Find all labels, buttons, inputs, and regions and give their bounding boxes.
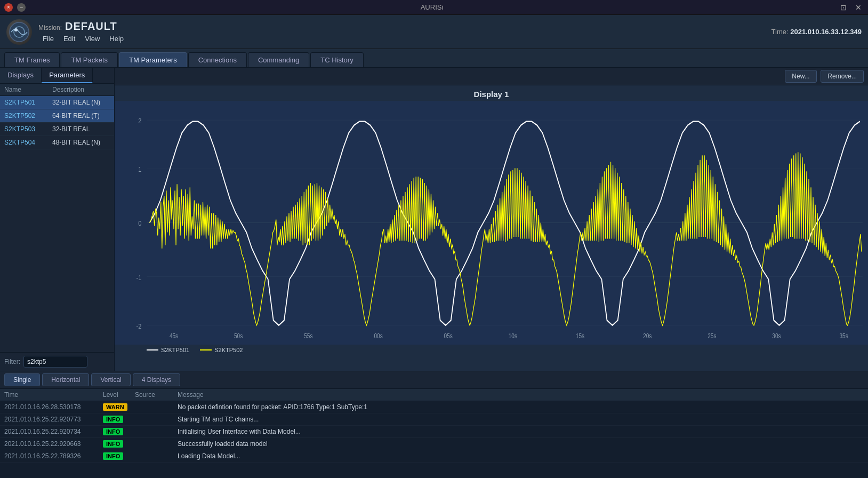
svg-text:05s: 05s <box>444 332 453 339</box>
info-badge: INFO <box>103 428 123 435</box>
log-message: Initialising User Interface with Data Mo… <box>178 428 864 435</box>
log-area: Time Level Source Message 2021.010.16.26… <box>0 388 868 478</box>
svg-text:0: 0 <box>138 220 141 228</box>
info-badge: INFO <box>103 452 123 460</box>
param-desc: 64-BIT REAL (T) <box>52 112 110 120</box>
content-area: Displays Parameters Name Description S2K… <box>0 68 868 371</box>
svg-text:10s: 10s <box>509 332 518 339</box>
chart-wrapper: Display 1 2 1 0 -1 -2 <box>115 85 868 371</box>
param-desc: 48-BIT REAL (N) <box>52 139 110 146</box>
log-message: Successfully loaded data model <box>178 440 864 448</box>
tab-tm-packets[interactable]: TM Packets <box>61 52 118 67</box>
svg-text:-1: -1 <box>136 274 142 282</box>
display-mode-tabs[interactable]: Single Horizontal Vertical 4 Displays <box>0 371 868 388</box>
legend-label: S2KTP502 <box>214 347 243 353</box>
log-row: 2021.010.16.26.28.530178 WARN No packet … <box>0 401 868 413</box>
log-level: INFO <box>103 428 135 435</box>
param-row[interactable]: S2KTP501 32-BIT REAL (N) <box>0 96 114 109</box>
svg-text:20s: 20s <box>643 332 652 339</box>
param-row[interactable]: S2KTP504 48-BIT REAL (N) <box>0 136 114 149</box>
disp-tab-horizontal[interactable]: Horizontal <box>42 373 89 386</box>
legend-label: S2KTP501 <box>161 347 189 353</box>
chart-legend: S2KTP501 S2KTP502 <box>115 345 868 355</box>
sub-tab-displays[interactable]: Displays <box>0 68 42 83</box>
log-time: 2021.010.16.25.22.789326 <box>4 452 103 460</box>
close-button[interactable]: × <box>4 3 13 12</box>
param-name: S2KTP501 <box>4 99 52 106</box>
log-time: 2021.010.16.25.22.920663 <box>4 440 103 448</box>
warn-badge: WARN <box>103 403 127 411</box>
log-header-level: Level <box>103 391 135 399</box>
mission-label: Mission: <box>38 24 62 31</box>
log-message: Starting TM and TC chains... <box>178 416 864 423</box>
menu-bar[interactable]: File Edit View Help <box>38 34 771 44</box>
info-badge: INFO <box>103 440 123 448</box>
menu-help[interactable]: Help <box>105 34 128 44</box>
log-level: INFO <box>103 440 135 448</box>
disp-tab-single[interactable]: Single <box>4 373 40 386</box>
minimize-button[interactable]: – <box>17 3 26 12</box>
mission-name: DEFAULT <box>65 20 117 33</box>
log-time: 2021.010.16.26.28.530178 <box>4 403 103 411</box>
log-message: No packet defintion found for packet: AP… <box>178 403 864 411</box>
header-name: Name <box>4 86 52 93</box>
disp-tab-4displays[interactable]: 4 Displays <box>133 373 180 386</box>
legend-color-white <box>147 349 158 350</box>
svg-text:50s: 50s <box>234 332 243 339</box>
titlebar: × – AURISi ⊡ ✕ <box>0 0 868 15</box>
restore-button[interactable]: ⊡ <box>838 3 849 12</box>
window-controls[interactable]: × – <box>4 3 26 12</box>
legend-s2ktp502: S2KTP502 <box>200 347 243 353</box>
sub-tab-parameters[interactable]: Parameters <box>42 68 93 83</box>
time-display: Time: 2021.010.16.33.12.349 <box>771 28 862 36</box>
log-header-time: Time <box>4 391 103 399</box>
svg-point-2 <box>14 28 18 31</box>
chart-toolbar: New... Remove... <box>115 68 868 85</box>
tab-connections[interactable]: Connections <box>188 52 247 67</box>
log-level: INFO <box>103 416 135 423</box>
log-row: 2021.010.16.25.22.920663 INFO Successful… <box>0 438 868 450</box>
chart-area: New... Remove... Display 1 2 <box>115 68 868 371</box>
main-tabs[interactable]: TM Frames TM Packets TM Parameters Conne… <box>0 49 868 68</box>
legend-color-yellow <box>200 349 212 350</box>
param-desc: 32-BIT REAL <box>52 125 110 133</box>
param-table-header: Name Description <box>0 84 114 96</box>
chart-title: Display 1 <box>115 90 868 99</box>
window-action-buttons[interactable]: ⊡ ✕ <box>838 3 864 12</box>
param-name: S2KTP502 <box>4 112 52 120</box>
svg-text:15s: 15s <box>576 332 585 339</box>
tab-tm-frames[interactable]: TM Frames <box>4 52 60 67</box>
sub-tabs[interactable]: Displays Parameters <box>0 68 114 84</box>
param-table[interactable]: S2KTP501 32-BIT REAL (N) S2KTP502 64-BIT… <box>0 96 114 352</box>
menu-file[interactable]: File <box>38 34 58 44</box>
menu-view[interactable]: View <box>81 34 104 44</box>
param-row[interactable]: S2KTP502 64-BIT REAL (T) <box>0 109 114 123</box>
param-name: S2KTP503 <box>4 125 52 133</box>
window-title: AURISi <box>421 3 444 11</box>
app-logo <box>6 19 32 45</box>
svg-text:25s: 25s <box>708 332 717 339</box>
svg-text:1: 1 <box>138 166 141 174</box>
svg-text:2: 2 <box>138 117 141 125</box>
chart-svg: 2 1 0 -1 -2 45s 50s 55s 00s 05s 10s 15s … <box>115 101 868 345</box>
window-close-button[interactable]: ✕ <box>853 3 864 12</box>
param-row[interactable]: S2KTP503 32-BIT REAL <box>0 123 114 136</box>
tab-tc-history[interactable]: TC History <box>310 52 363 67</box>
time-value: 2021.010.16.33.12.349 <box>790 28 862 36</box>
new-button[interactable]: New... <box>785 70 816 83</box>
tab-tm-parameters[interactable]: TM Parameters <box>119 52 187 67</box>
log-message: Loading Data Model... <box>178 452 864 460</box>
filter-input[interactable] <box>23 356 87 368</box>
filter-label: Filter: <box>4 358 20 365</box>
log-level: WARN <box>103 403 135 411</box>
svg-text:00s: 00s <box>374 332 383 339</box>
svg-text:30s: 30s <box>772 332 781 339</box>
tab-commanding[interactable]: Commanding <box>248 52 309 67</box>
menu-edit[interactable]: Edit <box>59 34 79 44</box>
left-panel: Displays Parameters Name Description S2K… <box>0 68 115 371</box>
info-badge: INFO <box>103 416 123 423</box>
log-row: 2021.010.16.25.22.920734 INFO Initialisi… <box>0 426 868 438</box>
disp-tab-vertical[interactable]: Vertical <box>91 373 130 386</box>
remove-button[interactable]: Remove... <box>821 70 864 83</box>
time-label: Time: <box>771 28 789 36</box>
